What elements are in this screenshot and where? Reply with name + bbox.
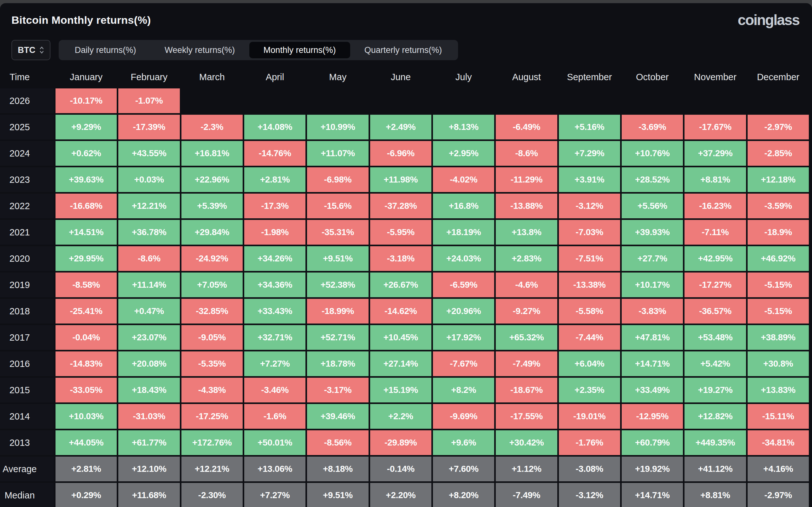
cell-2013-february: +61.77% (118, 430, 180, 455)
tab-quarterly-returns[interactable]: Quarterly returns(%) (350, 42, 456, 58)
cell-2016-june: +27.14% (370, 351, 432, 376)
cell-2018-february: +0.47% (118, 299, 180, 324)
cell-2016-november: +5.42% (684, 351, 746, 376)
controls-row: BTC Daily returns(%) Weekly returns(%) M… (11, 40, 812, 60)
cell-2026-august (496, 89, 557, 113)
cell-2020-april: +34.26% (244, 246, 305, 271)
cell-2023-april: +2.81% (244, 167, 305, 192)
cell-2024-august: -8.6% (496, 141, 557, 166)
cell-average-june: -0.14% (370, 457, 432, 481)
coin-select[interactable]: BTC (11, 40, 50, 60)
cell-2021-september: -7.03% (559, 220, 620, 245)
returns-period-tabs: Daily returns(%) Weekly returns(%) Month… (59, 40, 458, 60)
cell-2023-september: +3.91% (559, 167, 620, 192)
cell-2016-july: -7.67% (433, 351, 494, 376)
cell-2021-august: +13.8% (496, 220, 557, 245)
month-header-november: November (684, 67, 746, 87)
cell-2018-november: -36.57% (684, 299, 746, 324)
tab-daily-returns[interactable]: Daily returns(%) (61, 42, 151, 58)
row-label-2026: 2026 (0, 89, 54, 113)
cell-2017-may: +52.71% (307, 325, 368, 350)
cell-2024-october: +10.76% (622, 141, 683, 166)
cell-median-february: +11.68% (118, 483, 180, 507)
coinglass-logo[interactable]: coinglass (738, 11, 799, 29)
cell-average-september: -3.08% (559, 457, 620, 481)
cell-median-july: +8.20% (433, 483, 494, 507)
cell-average-november: +41.12% (684, 457, 746, 481)
cell-2022-november: -16.23% (684, 193, 746, 218)
cell-2016-february: +20.08% (118, 351, 180, 376)
cell-2015-july: +8.2% (433, 378, 494, 402)
cell-median-december: -2.97% (748, 483, 809, 507)
cell-median-june: +2.20% (370, 483, 432, 507)
cell-2020-july: +24.03% (433, 246, 494, 271)
cell-2014-march: -17.25% (182, 404, 243, 429)
cell-2019-february: +11.14% (118, 273, 180, 297)
cell-2015-september: +2.35% (559, 378, 620, 402)
cell-2014-april: -1.6% (244, 404, 305, 429)
page: Bitcoin Monthly returns(%) coinglass BTC… (0, 3, 812, 507)
cell-2017-june: +10.45% (370, 325, 432, 350)
cell-2026-january: -10.17% (55, 89, 117, 113)
cell-2014-december: -15.11% (748, 404, 809, 429)
cell-2019-september: -13.38% (559, 273, 620, 297)
month-header-august: August (496, 67, 557, 87)
row-label-2017: 2017 (0, 325, 54, 350)
cell-2026-april (244, 89, 305, 113)
returns-grid: 2026-10.17%-1.07%2025+9.29%-17.39%-2.3%+… (0, 89, 812, 507)
row-label-2014: 2014 (0, 404, 54, 429)
cell-2015-february: +18.43% (118, 378, 180, 402)
cell-2023-october: +28.52% (622, 167, 683, 192)
cell-2014-october: -12.95% (622, 404, 683, 429)
cell-2019-may: +52.38% (307, 273, 368, 297)
cell-2020-may: +9.51% (307, 246, 368, 271)
time-column-header: Time (0, 67, 54, 87)
cell-2013-may: -8.56% (307, 430, 368, 455)
cell-2024-november: +37.29% (684, 141, 746, 166)
cell-2018-may: -18.99% (307, 299, 368, 324)
cell-2015-december: +13.83% (748, 378, 809, 402)
month-header-september: September (559, 67, 620, 87)
cell-2014-january: +10.03% (55, 404, 117, 429)
cell-2021-november: -7.11% (684, 220, 746, 245)
cell-average-february: +12.10% (118, 457, 180, 481)
cell-2013-september: -1.76% (559, 430, 620, 455)
cell-2019-january: -8.58% (55, 273, 117, 297)
cell-2025-april: +14.08% (244, 115, 305, 139)
cell-2014-september: -19.01% (559, 404, 620, 429)
cell-average-may: +8.18% (307, 457, 368, 481)
cell-average-april: +13.06% (244, 457, 305, 481)
row-label-2019: 2019 (0, 273, 54, 297)
cell-median-january: +0.29% (55, 483, 117, 507)
cell-2020-january: +29.95% (55, 246, 117, 271)
cell-2019-december: -5.15% (748, 273, 809, 297)
tab-weekly-returns[interactable]: Weekly returns(%) (150, 42, 249, 58)
cell-average-march: +12.21% (182, 457, 243, 481)
cell-2022-february: +12.21% (118, 193, 180, 218)
cell-median-november: +8.81% (684, 483, 746, 507)
cell-2022-april: -17.3% (244, 193, 305, 218)
sort-arrows-icon (39, 46, 44, 55)
cell-2018-march: -32.85% (182, 299, 243, 324)
cell-2023-january: +39.63% (55, 167, 117, 192)
cell-2025-july: +8.13% (433, 115, 494, 139)
cell-2021-july: +18.19% (433, 220, 494, 245)
cell-2019-november: -17.27% (684, 273, 746, 297)
cell-2015-november: +19.27% (684, 378, 746, 402)
cell-2018-september: -5.58% (559, 299, 620, 324)
cell-2026-march (182, 89, 243, 113)
cell-2017-february: +23.07% (118, 325, 180, 350)
cell-2019-october: +10.17% (622, 273, 683, 297)
cell-2013-april: +50.01% (244, 430, 305, 455)
tab-monthly-returns[interactable]: Monthly returns(%) (249, 42, 350, 58)
cell-2014-february: -31.03% (118, 404, 180, 429)
row-label-2013: 2013 (0, 430, 54, 455)
cell-2018-january: -25.41% (55, 299, 117, 324)
cell-2017-september: -7.44% (559, 325, 620, 350)
cell-average-january: +2.81% (55, 457, 117, 481)
cell-2023-may: -6.98% (307, 167, 368, 192)
cell-2016-march: -5.35% (182, 351, 243, 376)
cell-2022-october: +5.56% (622, 193, 683, 218)
cell-2019-march: +7.05% (182, 273, 243, 297)
month-header-may: May (307, 67, 368, 87)
